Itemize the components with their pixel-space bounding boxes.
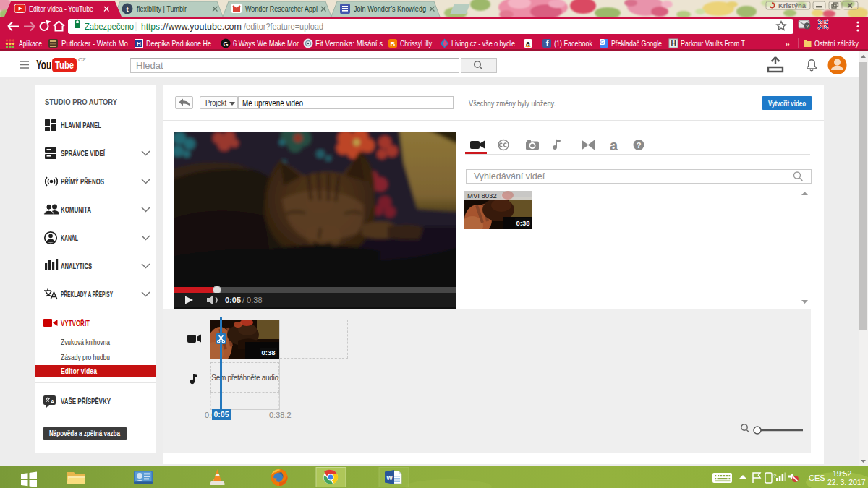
svg-text:f: f xyxy=(546,39,549,48)
svg-text:Aplikace: Aplikace xyxy=(19,39,42,48)
svg-text:Kristýna: Kristýna xyxy=(778,2,807,9)
svg-text:Editor videa: Editor videa xyxy=(61,367,98,375)
svg-text:(1) Facebook: (1) Facebook xyxy=(554,39,592,48)
svg-text:PŘÍMÝ PŘENOS: PŘÍMÝ PŘENOS xyxy=(61,177,104,186)
svg-text:Living.cz - vše o bydle: Living.cz - vše o bydle xyxy=(451,39,515,48)
svg-text:Zvuková knihovna: Zvuková knihovna xyxy=(61,338,110,346)
svg-text:Mé upravené video: Mé upravené video xyxy=(242,98,303,108)
svg-text:G: G xyxy=(600,40,604,45)
svg-text:ChrissyLilly: ChrissyLilly xyxy=(400,39,432,48)
svg-text:Nápověda a zpětná vazba: Nápověda a zpětná vazba xyxy=(49,429,120,437)
svg-text:KANÁL: KANÁL xyxy=(61,234,78,242)
svg-text:»: » xyxy=(785,39,790,49)
svg-text:Všechny změny byly uloženy.: Všechny změny byly uloženy. xyxy=(469,99,556,108)
svg-text:a: a xyxy=(526,39,530,48)
svg-text:ANALYTICS: ANALYTICS xyxy=(61,262,92,270)
svg-text:?: ? xyxy=(637,141,642,150)
svg-text:KOMUNITA: KOMUNITA xyxy=(61,205,91,214)
svg-text:Editor videa - YouTube: Editor videa - YouTube xyxy=(29,4,93,13)
svg-text:You: You xyxy=(36,58,51,72)
svg-text:Projekt: Projekt xyxy=(205,98,226,107)
svg-text:STUDIO PRO AUTORY: STUDIO PRO AUTORY xyxy=(45,98,118,106)
svg-text:Vytvořit video: Vytvořit video xyxy=(768,99,806,108)
svg-text:CZ: CZ xyxy=(78,56,86,63)
svg-text:://www.youtube.com: ://www.youtube.com xyxy=(161,22,242,32)
svg-text:0:38: 0:38 xyxy=(516,219,529,227)
svg-text:Zásady pro hudbu: Zásady pro hudbu xyxy=(61,353,110,361)
svg-text:G: G xyxy=(223,40,228,48)
svg-text:t: t xyxy=(126,4,129,13)
svg-text:Wonder Researcher Appl: Wonder Researcher Appl xyxy=(245,4,318,13)
svg-text:6 Ways We Make Mor: 6 Ways We Make Mor xyxy=(233,39,299,48)
svg-text:PŘEKLADY A PŘEPISY: PŘEKLADY A PŘEPISY xyxy=(61,290,113,299)
svg-text:flexibility | Tumblr: flexibility | Tumblr xyxy=(137,4,187,13)
svg-text:Parkour Vaults From T: Parkour Vaults From T xyxy=(681,39,745,48)
svg-text:A: A xyxy=(51,399,54,404)
svg-text:a: a xyxy=(610,137,618,153)
svg-text:https: https xyxy=(141,22,160,32)
svg-text:0:38: 0:38 xyxy=(261,348,275,356)
svg-text:HLAVNÍ PANEL: HLAVNÍ PANEL xyxy=(61,121,101,129)
svg-text:VYTVOŘIT: VYTVOŘIT xyxy=(61,319,90,328)
svg-text:Zabezpečeno: Zabezpečeno xyxy=(85,22,134,32)
svg-text:Putlocker - Watch Mo: Putlocker - Watch Mo xyxy=(61,39,128,48)
svg-text:Fit Veronika: Mlsání s: Fit Veronika: Mlsání s xyxy=(315,39,383,48)
svg-text:19:52: 19:52 xyxy=(833,469,851,478)
svg-text:SPRÁVCE VIDEÍ: SPRÁVCE VIDEÍ xyxy=(61,149,106,158)
svg-text:W: W xyxy=(386,474,393,481)
svg-text:/ 0:38: / 0:38 xyxy=(242,296,263,304)
svg-text:MVI 8032: MVI 8032 xyxy=(467,192,497,200)
svg-text:Tube: Tube xyxy=(55,59,74,71)
svg-text:?: ? xyxy=(806,24,809,29)
svg-text:Ostatní záložky: Ostatní záložky xyxy=(814,39,859,48)
svg-text:B: B xyxy=(391,40,396,48)
svg-text:Překladač Google: Překladač Google xyxy=(611,39,662,48)
svg-text:CES: CES xyxy=(809,474,825,482)
svg-text:VAŠE PŘÍSPĚVKY: VAŠE PŘÍSPĚVKY xyxy=(61,397,111,406)
svg-text:/editor?feature=upload: /editor?feature=upload xyxy=(244,22,323,32)
svg-text:H: H xyxy=(137,40,141,47)
svg-text:H: H xyxy=(671,40,676,48)
svg-text:Join Wonder’s Knowledg: Join Wonder’s Knowledg xyxy=(354,4,426,13)
svg-text:22. 3. 2017: 22. 3. 2017 xyxy=(827,478,866,487)
svg-text:Deepika Padukone He: Deepika Padukone He xyxy=(146,39,211,48)
svg-text:0:05: 0:05 xyxy=(225,296,241,304)
